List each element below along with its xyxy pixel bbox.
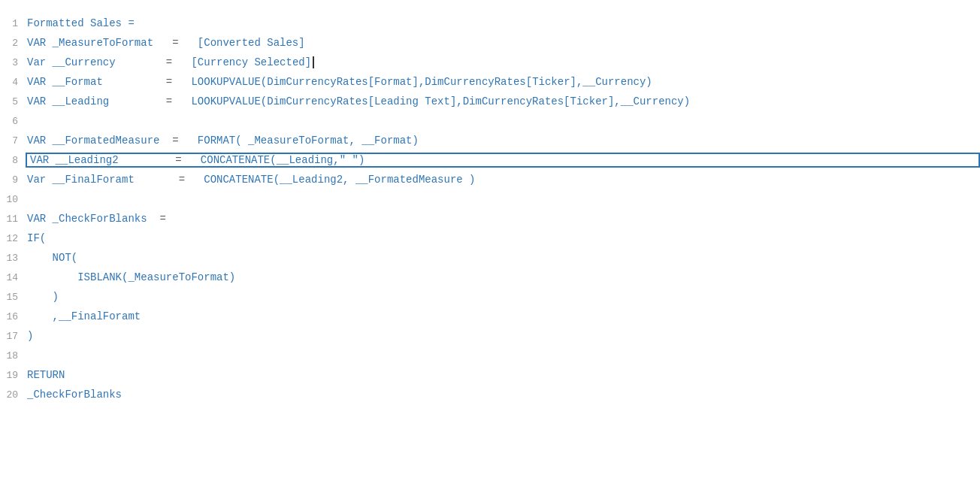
token-kw-return: RETURN — [27, 369, 65, 381]
token-kw-var: VAR _CheckForBlanks — [27, 213, 147, 225]
line-number: 6 — [0, 116, 27, 127]
line-number: 5 — [0, 96, 27, 107]
token-kw-func: _CheckForBlanks — [27, 389, 122, 401]
code-line-7: 7VAR __FormatedMeasure = FORMAT( _Measur… — [0, 131, 980, 150]
line-content: VAR __Leading2 = CONCATENATE(__Leading,"… — [26, 153, 980, 168]
token-kw-var: VAR _MeasureToFormat — [27, 37, 153, 49]
code-line-13: 13 NOT( — [0, 248, 980, 268]
line-number: 13 — [0, 253, 27, 264]
line-content: NOT( — [27, 252, 980, 264]
token-kw-func: FORMAT( _MeasureToFormat, __Format) — [198, 135, 419, 147]
code-line-5: 5VAR __Leading = LOOKUPVALUE(DimCurrency… — [0, 92, 980, 111]
token-plain: ,__FinalForamt — [27, 310, 141, 322]
token-kw-func: LOOKUPVALUE(DimCurrencyRates[Leading Tex… — [191, 95, 690, 107]
token-kw-func: NOT( — [27, 252, 77, 264]
line-content: Var __Currency = [Currency Selected] — [27, 56, 980, 68]
token-kw-func: CONCATENATE(__Leading," ") — [201, 154, 364, 166]
token-equals: = — [159, 135, 197, 147]
line-content: Var __FinalForamt = CONCATENATE(__Leadin… — [27, 174, 980, 186]
token-kw-var: VAR __Format — [27, 76, 103, 88]
token-kw-var: Var __Currency — [27, 56, 116, 68]
line-content: _CheckForBlanks — [27, 389, 980, 401]
code-line-1: 1Formatted Sales = — [0, 14, 980, 33]
line-number: 2 — [0, 38, 27, 49]
token-kw-if: IF( — [27, 232, 46, 244]
line-number: 17 — [0, 331, 27, 342]
token-equals: = — [147, 213, 166, 225]
line-number: 19 — [0, 370, 27, 381]
code-line-8: 8VAR __Leading2 = CONCATENATE(__Leading,… — [0, 150, 980, 170]
code-line-14: 14 ISBLANK(_MeasureToFormat) — [0, 268, 980, 287]
code-line-15: 15 ) — [0, 287, 980, 307]
code-line-2: 2VAR _MeasureToFormat = [Converted Sales… — [0, 33, 980, 53]
token-kw-var: VAR __Leading2 — [30, 154, 119, 166]
text-cursor — [313, 56, 314, 68]
line-content: ) — [27, 330, 980, 342]
code-line-18: 18 — [0, 346, 980, 365]
token-bracket-ref: [Currency Selected] — [191, 56, 311, 68]
line-content: ISBLANK(_MeasureToFormat) — [27, 271, 980, 283]
line-number: 7 — [0, 135, 27, 147]
token-kw-func: LOOKUPVALUE(DimCurrencyRates[Format],Dim… — [191, 76, 652, 88]
line-number: 18 — [0, 350, 27, 362]
token-equals: = — [109, 95, 191, 107]
code-line-12: 12IF( — [0, 228, 980, 248]
token-bracket-ref: [Converted Sales] — [198, 37, 305, 49]
line-content: VAR __Leading = LOOKUPVALUE(DimCurrencyR… — [27, 95, 980, 107]
code-line-6: 6 — [0, 111, 980, 131]
token-equals: = — [119, 154, 201, 166]
line-number: 20 — [0, 389, 27, 401]
code-line-11: 11VAR _CheckForBlanks = — [0, 209, 980, 228]
line-number: 12 — [0, 233, 27, 244]
line-number: 14 — [0, 272, 27, 283]
token-equals: = — [116, 56, 192, 68]
token-equals: = — [135, 174, 204, 186]
line-number: 4 — [0, 77, 27, 88]
line-number: 11 — [0, 213, 27, 225]
code-line-10: 10 — [0, 189, 980, 209]
line-content: VAR _CheckForBlanks = — [27, 213, 980, 225]
token-kw-var: VAR __Leading — [27, 95, 109, 107]
code-line-16: 16 ,__FinalForamt — [0, 307, 980, 326]
token-equals: = — [153, 37, 198, 49]
token-kw-var: Var __FinalForamt — [27, 174, 135, 186]
token-equals: = — [103, 76, 192, 88]
line-content: VAR __Format = LOOKUPVALUE(DimCurrencyRa… — [27, 76, 980, 88]
token-kw-func: ISBLANK(_MeasureToFormat) — [27, 271, 235, 283]
line-number: 16 — [0, 311, 27, 322]
line-content: ) — [27, 291, 980, 303]
line-number: 10 — [0, 194, 27, 205]
line-number: 1 — [0, 18, 27, 29]
token-plain: ) — [27, 291, 59, 303]
token-kw-func: CONCATENATE(__Leading2, __FormatedMeasur… — [204, 174, 475, 186]
line-number: 8 — [0, 155, 27, 166]
code-editor: 1Formatted Sales =2VAR _MeasureToFormat … — [0, 8, 980, 478]
line-number: 15 — [0, 292, 27, 303]
token-kw-var: VAR __FormatedMeasure — [27, 135, 159, 147]
line-content: IF( — [27, 232, 980, 244]
code-line-17: 17) — [0, 326, 980, 346]
code-line-20: 20_CheckForBlanks — [0, 385, 980, 404]
line-content: ,__FinalForamt — [27, 310, 980, 322]
line-number: 3 — [0, 57, 27, 68]
line-content: RETURN — [27, 369, 980, 381]
line-content: VAR __FormatedMeasure = FORMAT( _Measure… — [27, 135, 980, 147]
code-line-9: 9Var __FinalForamt = CONCATENATE(__Leadi… — [0, 170, 980, 189]
line-content: Formatted Sales = — [27, 17, 980, 29]
line-number: 9 — [0, 174, 27, 186]
token-plain: Formatted Sales = — [27, 17, 135, 29]
token-plain: ) — [27, 330, 33, 342]
code-line-3: 3Var __Currency = [Currency Selected] — [0, 53, 980, 72]
code-line-19: 19RETURN — [0, 365, 980, 385]
line-content: VAR _MeasureToFormat = [Converted Sales] — [27, 37, 980, 49]
code-line-4: 4VAR __Format = LOOKUPVALUE(DimCurrencyR… — [0, 72, 980, 92]
